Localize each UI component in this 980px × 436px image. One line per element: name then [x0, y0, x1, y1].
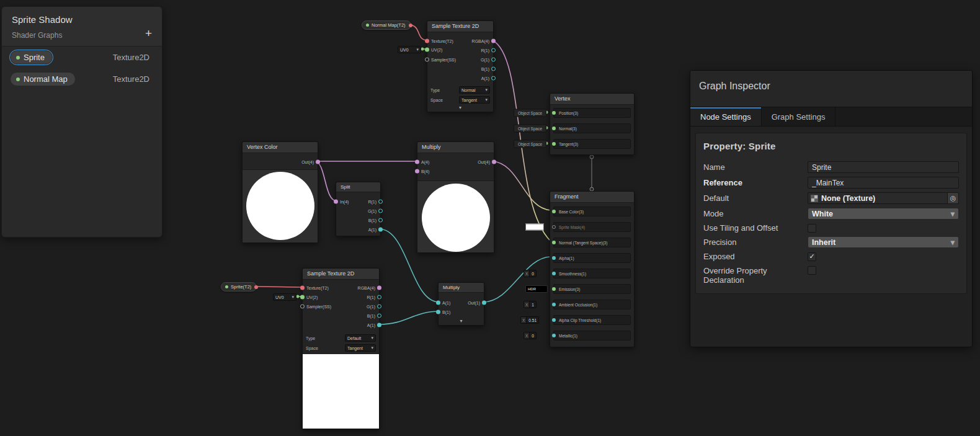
a-output-port[interactable]: [378, 228, 383, 232]
in-input-port[interactable]: [334, 200, 338, 204]
sprite-mask-input-port[interactable]: [552, 225, 556, 229]
smoothness-value-field[interactable]: X0: [523, 270, 537, 277]
alpha-clip-threshold-input-port[interactable]: [552, 318, 556, 322]
out-output-port[interactable]: [316, 160, 320, 164]
node-title[interactable]: Multiply: [417, 142, 494, 153]
rgba-output-port[interactable]: [491, 39, 496, 43]
r-output-port[interactable]: [377, 295, 381, 300]
name-input[interactable]: [808, 161, 959, 173]
node-sample-texture-2d-normal[interactable]: Sample Texture 2D Texture(T2) UV(2) Samp…: [427, 20, 494, 112]
space-binding-dropdown[interactable]: Object Space: [514, 125, 546, 133]
inspector-header[interactable]: Graph Inspector: [690, 71, 972, 107]
add-property-button[interactable]: +: [145, 29, 152, 38]
smoothness-input-port[interactable]: [552, 272, 556, 275]
metallic-input-port[interactable]: [552, 334, 556, 337]
override-declaration-checkbox[interactable]: [808, 266, 816, 275]
texture-output-port[interactable]: [409, 24, 412, 27]
reference-input[interactable]: [808, 177, 959, 189]
metallic-value-field[interactable]: X0: [523, 332, 537, 339]
b-output-port[interactable]: [377, 314, 381, 318]
b-output-port[interactable]: [378, 218, 383, 223]
vertex-position-row[interactable]: Position(3): [553, 108, 631, 118]
alpha-input-port[interactable]: [552, 256, 556, 260]
object-picker-icon[interactable]: ◎: [947, 193, 958, 203]
space-dropdown[interactable]: Tangent: [459, 96, 490, 104]
node-vertex-block[interactable]: Vertex Position(3) Normal(3) Tangent(3) …: [550, 93, 635, 155]
space-dropdown[interactable]: Tangent: [345, 344, 376, 352]
uv-channel-dropdown[interactable]: UV0: [398, 46, 421, 53]
sampler-input-port[interactable]: [300, 305, 305, 309]
ambient-occlusion-value-field[interactable]: X1: [523, 301, 537, 308]
tangent-input-port[interactable]: [552, 142, 556, 146]
a-input-port[interactable]: [415, 160, 419, 164]
fragment-normal-row[interactable]: Normal (Tangent Space)(3): [553, 238, 631, 247]
position-input-port[interactable]: [552, 111, 556, 115]
node-split[interactable]: Split In(4) R(1) G(1) B(1) A(1): [336, 182, 381, 236]
property-pill[interactable]: Normal Map: [11, 73, 75, 86]
node-sample-texture-2d-sprite[interactable]: Sample Texture 2D Texture(T2) UV(2) Samp…: [302, 268, 380, 429]
normal-tangent-space-input-port[interactable]: [552, 241, 556, 244]
texture-input-port[interactable]: [300, 286, 305, 290]
g-output-port[interactable]: [377, 305, 381, 309]
node-multiply-alpha[interactable]: Multiply A(1) B(1) Out(1): [438, 282, 484, 326]
fragment-ambient-occlusion-row[interactable]: Ambient Occlusion(1): [553, 300, 631, 309]
texture-output-port[interactable]: [254, 285, 258, 289]
node-fragment-block[interactable]: Fragment Base Color(3) Sprite Mask(4) No…: [550, 191, 635, 347]
fragment-alpha-row[interactable]: Alpha(1): [553, 253, 631, 263]
rgba-output-port[interactable]: [377, 286, 381, 290]
space-binding-dropdown[interactable]: Object Space: [514, 109, 546, 117]
out-output-port[interactable]: [492, 160, 496, 164]
sampler-input-port[interactable]: [425, 58, 429, 62]
alpha-clip-threshold-value-field[interactable]: X0.51: [520, 316, 539, 324]
node-title[interactable]: Multiply: [439, 283, 484, 293]
node-title[interactable]: Fragment: [550, 192, 634, 203]
b-output-port[interactable]: [491, 67, 496, 71]
property-pill[interactable]: Sprite: [11, 51, 52, 64]
r-output-port[interactable]: [378, 200, 383, 204]
type-dropdown[interactable]: Normal: [459, 86, 490, 94]
uv-channel-dropdown[interactable]: UV0: [273, 293, 296, 301]
property-node-normal-map[interactable]: Normal Map(T2): [362, 20, 411, 30]
preview-collapse-chevron-icon[interactable]: [427, 105, 493, 112]
node-vertex-color[interactable]: Vertex Color Out(4): [242, 141, 318, 243]
tab-graph-settings[interactable]: Graph Settings: [762, 107, 836, 126]
uv-input-port[interactable]: [425, 48, 429, 52]
blackboard-header[interactable]: Sprite Shadow Shader Graphs +: [2, 7, 162, 47]
fragment-alpha-clip-row[interactable]: Alpha Clip Threshold(1): [553, 315, 631, 325]
g-output-port[interactable]: [378, 209, 383, 213]
node-title[interactable]: Sample Texture 2D: [427, 21, 493, 32]
tiling-offset-checkbox[interactable]: [808, 224, 816, 233]
node-title[interactable]: Vertex: [550, 94, 634, 105]
exposed-checkbox[interactable]: [808, 252, 816, 261]
node-title[interactable]: Vertex Color: [243, 142, 318, 153]
sprite-mask-color-swatch[interactable]: [525, 224, 544, 231]
precision-dropdown[interactable]: Inherit: [808, 236, 959, 248]
blackboard-item-normal-map[interactable]: Normal Map Texture2D: [2, 68, 162, 90]
property-node-sprite[interactable]: Sprite(T2): [221, 282, 257, 291]
r-output-port[interactable]: [491, 48, 496, 53]
mode-dropdown[interactable]: White: [808, 208, 959, 220]
node-title[interactable]: Split: [336, 182, 380, 192]
preview-collapse-chevron-icon[interactable]: [439, 318, 484, 325]
node-multiply-color[interactable]: Multiply A(4) B(4) Out(4): [417, 141, 494, 253]
emission-input-port[interactable]: [552, 287, 556, 291]
node-title[interactable]: Sample Texture 2D: [303, 269, 379, 280]
texture-input-port[interactable]: [425, 39, 429, 43]
emission-hdr-color-swatch[interactable]: HDR: [525, 285, 548, 293]
normal-input-port[interactable]: [552, 127, 556, 130]
g-output-port[interactable]: [491, 58, 496, 62]
fragment-sprite-mask-row[interactable]: Sprite Mask(4): [553, 222, 631, 232]
a-input-port[interactable]: [436, 301, 440, 305]
type-dropdown[interactable]: Default: [345, 334, 376, 342]
fragment-base-color-row[interactable]: Base Color(3): [553, 207, 631, 216]
tab-node-settings[interactable]: Node Settings: [690, 107, 762, 126]
fragment-smoothness-row[interactable]: Smoothness(1): [553, 269, 631, 278]
out-output-port[interactable]: [482, 301, 486, 305]
fragment-emission-row[interactable]: Emission(3): [553, 284, 631, 294]
b-input-port[interactable]: [415, 169, 419, 174]
a-output-port[interactable]: [491, 76, 496, 81]
vertex-normal-row[interactable]: Normal(3): [553, 123, 631, 133]
fragment-metallic-row[interactable]: Metallic(1): [553, 331, 631, 340]
vertex-tangent-row[interactable]: Tangent(3): [553, 139, 631, 149]
b-input-port[interactable]: [436, 310, 440, 314]
